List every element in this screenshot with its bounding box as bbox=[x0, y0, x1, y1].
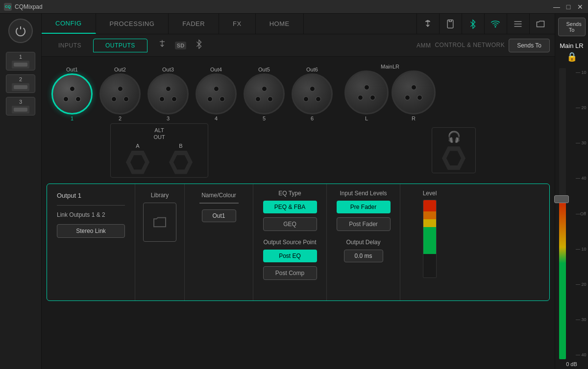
alt-A-label: A bbox=[136, 143, 139, 149]
name-underline bbox=[199, 203, 239, 204]
isl-title: Input Send Levels bbox=[340, 190, 387, 197]
output-delay-value[interactable]: 0.0 ms bbox=[344, 250, 383, 262]
tab-fx[interactable]: FX bbox=[219, 14, 256, 34]
out4-label: Out4 bbox=[210, 67, 222, 72]
headphone-connector[interactable] bbox=[442, 146, 466, 170]
mainlr-L-num: L bbox=[365, 115, 368, 121]
library-box[interactable] bbox=[143, 203, 176, 242]
main-content: CONFIG PROCESSING FADER FX HOME bbox=[42, 14, 555, 369]
out5-label: Out5 bbox=[258, 67, 270, 72]
alt-B-connector[interactable] bbox=[169, 151, 193, 174]
outputs-area: Out1 1 Out2 bbox=[42, 57, 555, 180]
app-title: CQMixpad bbox=[15, 3, 553, 10]
fader-handle[interactable] bbox=[554, 195, 569, 203]
output1-section: Output 1 Link Outputs 1 & 2 Stereo Link bbox=[47, 184, 135, 300]
app-logo: CQ bbox=[4, 3, 12, 11]
tab-processing[interactable]: PROCESSING bbox=[96, 14, 169, 34]
channel-3-btn[interactable]: 3 bbox=[6, 97, 35, 115]
output-delay-title: Output Delay bbox=[346, 239, 380, 246]
zero-db-label: 0 dB bbox=[566, 361, 577, 367]
peq-fba-btn[interactable]: PEQ & FBA bbox=[263, 201, 317, 213]
top-nav: CONFIG PROCESSING FADER FX HOME bbox=[42, 14, 555, 34]
post-fader-btn[interactable]: Post Fader bbox=[337, 217, 391, 231]
out1-item[interactable]: Out1 1 bbox=[51, 67, 93, 121]
link-label: Link Outputs 1 & 2 bbox=[57, 211, 125, 218]
alt-B[interactable]: B bbox=[169, 143, 193, 174]
sub-tab-inputs[interactable]: INPUTS bbox=[47, 39, 93, 52]
name-colour-section: Name/Colour Out1 bbox=[185, 184, 253, 300]
output1-title: Output 1 bbox=[57, 192, 125, 199]
close-btn[interactable]: ✕ bbox=[576, 3, 584, 11]
pre-fader-btn[interactable]: Pre Fader bbox=[337, 201, 391, 213]
wifi-icon-btn[interactable] bbox=[484, 14, 506, 34]
sub-tab-outputs[interactable]: OUTPUTS bbox=[93, 39, 147, 52]
channel-3-fader bbox=[12, 106, 29, 114]
folder-empty-icon bbox=[152, 214, 168, 230]
tab-home[interactable]: HOME bbox=[256, 14, 304, 34]
channel-1-num: 1 bbox=[19, 54, 22, 60]
alt-A-connector[interactable] bbox=[126, 151, 149, 174]
out5-connector[interactable] bbox=[244, 73, 285, 115]
out6-item[interactable]: Out6 6 bbox=[292, 67, 333, 121]
fader-scale: — 10 — 20 — 30 — 40 —Off — 10 — 20 — 30 … bbox=[576, 68, 587, 359]
eq-type-title: EQ Type bbox=[278, 190, 301, 197]
alt-out-title: ALTOUT bbox=[153, 127, 165, 141]
out3-connector[interactable] bbox=[147, 73, 189, 115]
folder-icon-btn[interactable] bbox=[529, 14, 551, 34]
sends-to-button[interactable]: Sends To bbox=[509, 39, 550, 52]
sub-usb-icon[interactable] bbox=[157, 39, 167, 51]
out1-connector[interactable] bbox=[51, 73, 93, 115]
sub-bt-icon[interactable] bbox=[194, 39, 204, 51]
library-section: Library bbox=[135, 184, 185, 300]
mainlr-label: MainLR bbox=[381, 64, 399, 69]
channel-2-btn[interactable]: 2 bbox=[6, 74, 35, 93]
usb-icon-btn[interactable] bbox=[416, 14, 438, 34]
out2-item[interactable]: Out2 2 bbox=[99, 67, 141, 121]
eq-section: EQ Type PEQ & FBA GEQ Output Source Poin… bbox=[253, 184, 327, 300]
power-icon bbox=[15, 25, 26, 37]
sub-nav-icons: SD bbox=[157, 39, 204, 51]
out3-num: 3 bbox=[167, 115, 170, 121]
geq-btn[interactable]: GEQ bbox=[263, 217, 317, 231]
channel-2-num: 2 bbox=[19, 76, 22, 82]
stereo-link-btn[interactable]: Stereo Link bbox=[57, 224, 125, 238]
alt-connectors: A B bbox=[126, 143, 193, 174]
alt-A[interactable]: A bbox=[126, 143, 149, 174]
right-sends-to-btn[interactable]: Sends To bbox=[558, 18, 586, 36]
mainlr-R[interactable]: R bbox=[392, 70, 436, 121]
power-button[interactable] bbox=[8, 19, 33, 43]
tab-config[interactable]: CONFIG bbox=[42, 14, 96, 34]
headphone-section: 🎧 bbox=[432, 127, 476, 173]
out5-num: 5 bbox=[263, 115, 266, 121]
control-network-label: CONTROL & NETWORK bbox=[435, 42, 505, 49]
post-eq-btn[interactable]: Post EQ bbox=[263, 250, 317, 262]
sub-sd-icon[interactable]: SD bbox=[175, 42, 186, 49]
post-comp-btn[interactable]: Post Comp bbox=[263, 266, 317, 280]
maximize-btn[interactable]: □ bbox=[564, 3, 572, 11]
name-input[interactable]: Out1 bbox=[202, 209, 236, 222]
level-section: Level bbox=[400, 184, 459, 300]
mainlr-L[interactable]: L bbox=[344, 70, 389, 121]
out3-item[interactable]: Out3 3 bbox=[147, 67, 189, 121]
menu-icon-btn[interactable] bbox=[507, 14, 528, 34]
isl-section: Input Send Levels Pre Fader Post Fader O… bbox=[327, 184, 400, 300]
out6-connector[interactable] bbox=[292, 73, 333, 115]
out4-connector[interactable] bbox=[196, 73, 237, 115]
lock-icon: 🔒 bbox=[566, 51, 577, 62]
out3-label: Out3 bbox=[162, 67, 174, 72]
sd-icon-btn[interactable] bbox=[439, 14, 461, 34]
tab-fader[interactable]: FADER bbox=[169, 14, 219, 34]
mainlr-item: MainLR bbox=[344, 64, 436, 121]
nav-icons bbox=[416, 14, 555, 34]
app-body: 1 2 3 CONFIG PROCESSING FADER FX HOME bbox=[0, 14, 588, 369]
right-main-lr-label: Main LR bbox=[560, 42, 583, 49]
out4-item[interactable]: Out4 4 bbox=[196, 67, 237, 121]
minimize-btn[interactable]: — bbox=[553, 3, 561, 11]
level-title: Level bbox=[423, 190, 437, 197]
channel-1-btn[interactable]: 1 bbox=[6, 52, 35, 70]
out2-connector[interactable] bbox=[99, 73, 141, 115]
out5-item[interactable]: Out5 5 bbox=[244, 67, 285, 121]
bluetooth-icon-btn[interactable] bbox=[462, 14, 483, 34]
xlr-row: Out1 1 Out2 bbox=[47, 62, 550, 123]
bottom-panel: Output 1 Link Outputs 1 & 2 Stereo Link … bbox=[47, 184, 550, 301]
